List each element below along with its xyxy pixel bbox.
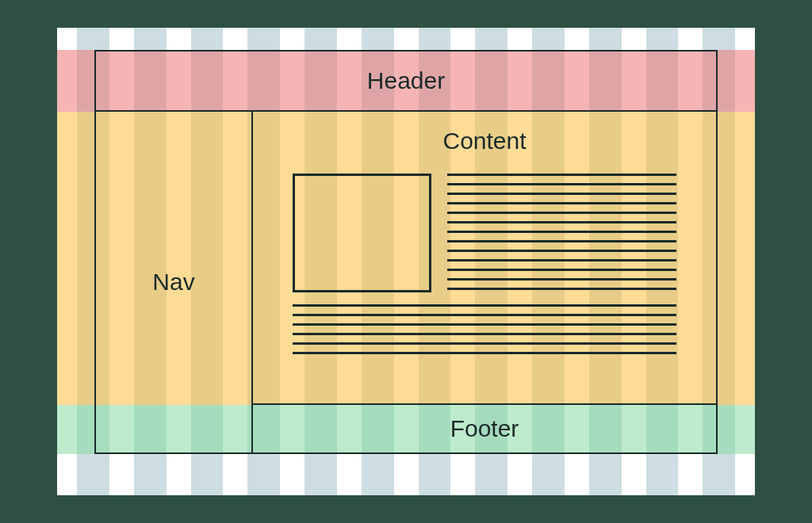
text-line	[293, 333, 676, 335]
text-lines-wrapped	[447, 174, 676, 297]
text-line	[293, 342, 676, 345]
header-region: Header	[94, 50, 718, 112]
text-line	[447, 231, 676, 233]
footer-label: Footer	[450, 415, 519, 442]
text-line	[447, 288, 676, 290]
nav-label: Nav	[152, 269, 194, 296]
text-line	[447, 259, 676, 262]
content-region: Content	[253, 112, 718, 405]
text-line	[447, 278, 676, 281]
content-body	[293, 174, 676, 395]
text-line	[447, 202, 676, 204]
text-line	[447, 221, 676, 223]
text-line	[293, 304, 676, 307]
text-line	[447, 174, 676, 176]
image-placeholder	[293, 174, 431, 292]
header-label: Header	[367, 67, 445, 94]
text-line	[447, 183, 676, 185]
text-line	[447, 269, 676, 271]
text-line	[293, 352, 676, 354]
text-line	[447, 240, 676, 242]
layout-diagram: Header Nav Content	[57, 28, 755, 495]
text-line	[447, 212, 676, 214]
text-line	[293, 323, 676, 326]
layout-wireframe: Header Nav Content	[94, 50, 718, 454]
footer-region: Footer	[253, 405, 718, 454]
text-line	[447, 193, 676, 195]
text-line	[293, 314, 676, 316]
text-line	[447, 250, 676, 252]
nav-region: Nav	[94, 112, 253, 454]
content-label: Content	[442, 128, 526, 155]
